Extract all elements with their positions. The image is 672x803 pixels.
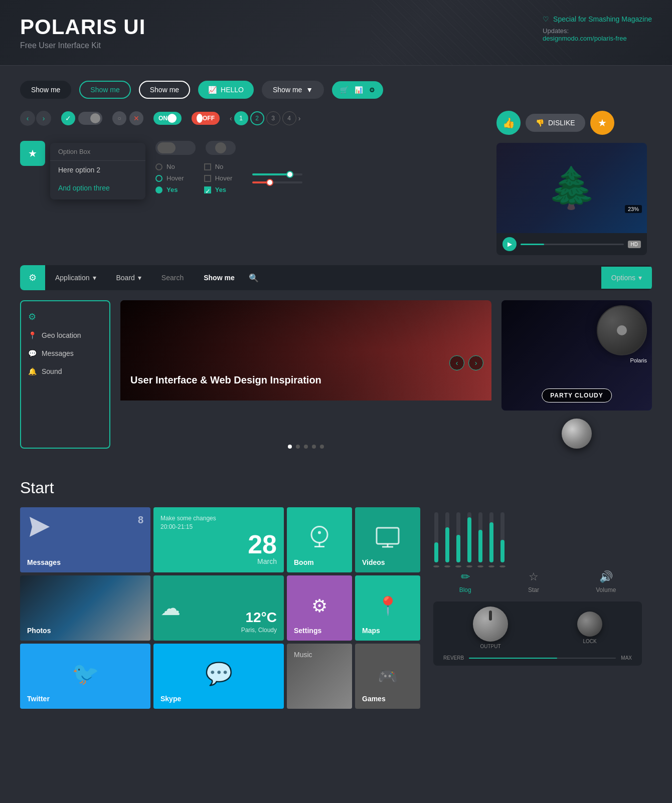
checkbox-no-2[interactable]: No <box>204 163 233 170</box>
start-section: Start 8 Messages Make some changes 20:00… <box>0 479 672 724</box>
radio-yes-1[interactable]: Yes <box>155 186 184 193</box>
dropdown-item-1[interactable]: Here option 2 <box>50 161 145 179</box>
next-page[interactable]: › <box>298 114 301 122</box>
hello-button[interactable]: 📈 HELLO <box>198 81 254 99</box>
main-knob[interactable] <box>562 419 592 449</box>
eq-bar-1[interactable] <box>433 512 439 562</box>
checkbox-sq-no-2 <box>204 163 211 170</box>
tile-skype[interactable]: 💬 Skype <box>153 644 284 709</box>
weather-icon: ☁ <box>160 596 181 620</box>
dot-1[interactable] <box>288 445 292 449</box>
output-label: OUTPUT <box>480 644 500 649</box>
sidebar-messages[interactable]: 💬 Messages <box>21 344 109 362</box>
tile-twitter[interactable]: 🐦 Twitter <box>20 644 150 709</box>
navbar-options[interactable]: Options ▾ <box>601 267 652 289</box>
page-2[interactable]: 2 <box>250 111 264 125</box>
blog-icon-item[interactable]: ✏ Blog <box>459 570 471 593</box>
chevron-down-icon: ▼ <box>306 86 313 94</box>
toggle-pill-1[interactable] <box>78 112 102 125</box>
navbar: ⚙ Application ▾ Board ▾ Search Show me 🔍… <box>20 265 652 290</box>
tile-date[interactable]: Make some changes 20:00-21:15 28 March <box>153 507 284 572</box>
star-icon-item[interactable]: ☆ Star <box>528 570 539 593</box>
checkbox-sq-yes-2: ✓ <box>204 186 211 193</box>
checkbox-sq-hover-2 <box>204 175 211 182</box>
tile-videos[interactable]: Videos <box>355 507 420 572</box>
carousel-dots <box>120 445 491 449</box>
page-3[interactable]: 3 <box>266 111 280 125</box>
tile-messages[interactable]: 8 Messages <box>20 507 150 572</box>
volume-label: Volume <box>596 586 616 593</box>
gray-circle[interactable]: ○ <box>112 111 126 125</box>
sidebar-sound[interactable]: 🔔 Sound <box>21 362 109 380</box>
navbar-application[interactable]: Application ▾ <box>45 267 106 289</box>
sidebar-gear-icon[interactable]: ⚙ <box>21 307 109 326</box>
dot-4[interactable] <box>312 445 316 449</box>
cart-icon: 🛒 <box>340 86 349 94</box>
dislike-button[interactable]: 👎 DISLIKE <box>526 114 585 132</box>
navbar-showme[interactable]: Show me <box>194 267 244 289</box>
show-me-dropdown[interactable]: Show me ▼ <box>262 81 324 99</box>
prev-page[interactable]: ‹ <box>230 114 232 122</box>
carousel-next[interactable]: › <box>468 355 483 370</box>
tile-maps[interactable]: 📍 Maps <box>355 575 420 641</box>
checkbox-col: No Hover ✓ Yes <box>204 163 233 193</box>
prev-arrow[interactable]: ‹ <box>20 111 35 126</box>
chevron-down-icon-board: ▾ <box>138 274 141 282</box>
tile-photos[interactable]: Photos <box>20 575 150 641</box>
navbar-board[interactable]: Board ▾ <box>106 267 151 289</box>
output-knob[interactable] <box>473 607 508 642</box>
radio-hover-1[interactable]: Hover <box>155 174 184 182</box>
play-button[interactable]: ▶ <box>502 237 517 251</box>
dot-5[interactable] <box>320 445 324 449</box>
show-me-button-1[interactable]: Show me <box>20 81 71 99</box>
eq-bar-6[interactable] <box>488 512 494 562</box>
checkbox-hover-2[interactable]: Hover <box>204 174 233 182</box>
radio-no-1[interactable]: No <box>155 163 184 170</box>
tile-weather[interactable]: ☁ 12°C Paris, Cloudy <box>153 575 284 641</box>
range-2[interactable] <box>252 181 302 183</box>
tile-games[interactable]: 🎮 Games <box>355 644 420 709</box>
icon-labels-row: ✏ Blog ☆ Star 🔊 Volume <box>433 570 642 593</box>
reverb-label: REVERB <box>443 655 464 661</box>
dot-3[interactable] <box>304 445 308 449</box>
next-arrow[interactable]: › <box>36 111 51 126</box>
tile-music[interactable]: Music <box>287 644 352 709</box>
range-1[interactable] <box>252 173 302 175</box>
toggle-on[interactable]: ON <box>153 112 182 125</box>
dot-2[interactable] <box>296 445 300 449</box>
blog-label: Blog <box>459 586 471 593</box>
carousel-prev[interactable]: ‹ <box>449 355 464 370</box>
x-circle[interactable]: ✕ <box>129 111 143 125</box>
check-circle[interactable]: ✓ <box>61 111 75 125</box>
range-sliders <box>252 163 302 193</box>
slider-pill[interactable] <box>155 141 196 155</box>
navbar-settings-icon[interactable]: ⚙ <box>20 265 45 290</box>
reverb-line: REVERB MAX <box>438 655 637 661</box>
eq-bar-7[interactable] <box>499 512 506 562</box>
icon-group-button[interactable]: 🛒 📊 ⚙ <box>332 81 383 99</box>
tile-boom[interactable]: Boom <box>287 507 352 572</box>
eq-bar-3[interactable] <box>455 512 461 562</box>
slider-pill-2[interactable] <box>206 141 236 155</box>
like-button[interactable]: 👍 <box>496 111 521 135</box>
show-me-button-3[interactable]: Show me <box>139 81 190 99</box>
reverb-track[interactable] <box>469 658 616 659</box>
dropdown-item-2[interactable]: And option three <box>50 179 145 197</box>
navbar-search-icon[interactable]: 🔍 <box>245 273 263 283</box>
lock-knob[interactable] <box>577 612 602 637</box>
eq-bar-2[interactable] <box>444 512 450 562</box>
toggle-off[interactable]: OFF <box>192 112 220 125</box>
page-1[interactable]: 1 <box>234 111 248 125</box>
eq-bar-4[interactable] <box>466 512 472 562</box>
favorite-button[interactable]: ★ <box>590 111 614 135</box>
show-me-button-2[interactable]: Show me <box>79 81 130 99</box>
svg-marker-0 <box>30 517 50 537</box>
star-button[interactable]: ★ <box>20 141 45 166</box>
eq-bar-5[interactable] <box>477 512 483 562</box>
volume-icon-item[interactable]: 🔊 Volume <box>596 570 616 593</box>
checkbox-yes-2[interactable]: ✓ Yes <box>204 186 233 193</box>
video-progress-bar[interactable] <box>521 244 624 245</box>
tile-settings[interactable]: ⚙ Settings <box>287 575 352 641</box>
sidebar-geo-location[interactable]: 📍 Geo location <box>21 326 109 344</box>
page-4[interactable]: 4 <box>282 111 296 125</box>
